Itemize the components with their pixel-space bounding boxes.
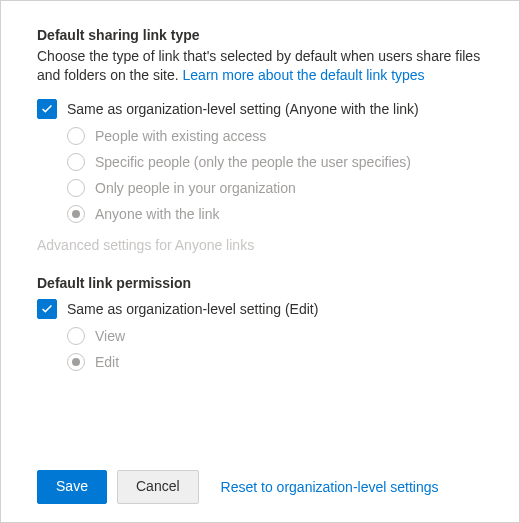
radio-icon bbox=[67, 353, 85, 371]
link-permission-options: View Edit bbox=[67, 327, 499, 371]
radio-row-people-in-org[interactable]: Only people in your organization bbox=[67, 179, 499, 197]
radio-label: Specific people (only the people the use… bbox=[95, 154, 411, 170]
radio-row-anyone-with-link[interactable]: Anyone with the link bbox=[67, 205, 499, 223]
radio-label: Edit bbox=[95, 354, 119, 370]
same-as-org-link-type-label: Same as organization-level setting (Anyo… bbox=[67, 101, 419, 117]
radio-icon bbox=[67, 153, 85, 171]
learn-more-link[interactable]: Learn more about the default link types bbox=[183, 67, 425, 83]
section-title-link-type: Default sharing link type bbox=[37, 27, 499, 43]
radio-row-view[interactable]: View bbox=[67, 327, 499, 345]
advanced-settings-anyone-links: Advanced settings for Anyone links bbox=[37, 237, 499, 253]
footer: Save Cancel Reset to organization-level … bbox=[37, 470, 499, 504]
reset-to-org-settings-link[interactable]: Reset to organization-level settings bbox=[221, 479, 439, 495]
checkbox-icon bbox=[37, 99, 57, 119]
cancel-button[interactable]: Cancel bbox=[117, 470, 199, 504]
same-as-org-link-permission-label: Same as organization-level setting (Edit… bbox=[67, 301, 318, 317]
radio-label: View bbox=[95, 328, 125, 344]
save-button[interactable]: Save bbox=[37, 470, 107, 504]
radio-icon bbox=[67, 205, 85, 223]
link-type-options: People with existing access Specific peo… bbox=[67, 127, 499, 223]
radio-label: Only people in your organization bbox=[95, 180, 296, 196]
checkbox-icon bbox=[37, 299, 57, 319]
radio-label: People with existing access bbox=[95, 128, 266, 144]
radio-row-existing-access[interactable]: People with existing access bbox=[67, 127, 499, 145]
same-as-org-link-permission-row[interactable]: Same as organization-level setting (Edit… bbox=[37, 299, 499, 319]
radio-label: Anyone with the link bbox=[95, 206, 220, 222]
radio-icon bbox=[67, 127, 85, 145]
radio-row-specific-people[interactable]: Specific people (only the people the use… bbox=[67, 153, 499, 171]
radio-icon bbox=[67, 327, 85, 345]
radio-icon bbox=[67, 179, 85, 197]
section-title-link-permission: Default link permission bbox=[37, 275, 499, 291]
same-as-org-link-type-row[interactable]: Same as organization-level setting (Anyo… bbox=[37, 99, 499, 119]
link-type-description: Choose the type of link that's selected … bbox=[37, 47, 499, 85]
radio-row-edit[interactable]: Edit bbox=[67, 353, 499, 371]
